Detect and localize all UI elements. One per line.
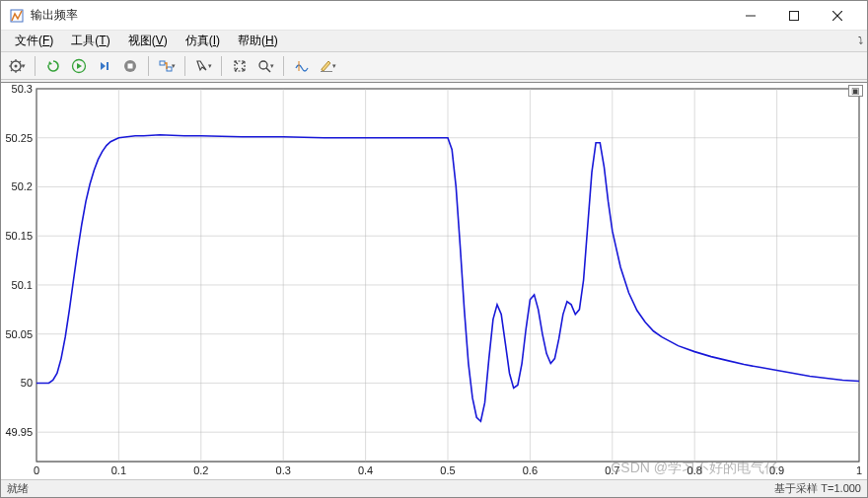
svg-text:0.5: 0.5 [440,464,455,476]
svg-point-6 [15,64,18,67]
menu-i[interactable]: 仿真(I) [178,31,228,51]
legend-toggle-icon[interactable]: ▣ [848,85,863,97]
menubar-overflow-icon[interactable]: ⤵ [858,35,863,45]
svg-text:0.2: 0.2 [193,464,208,476]
close-button[interactable] [816,2,859,30]
svg-rect-8 [107,62,108,70]
zoom-fit-button[interactable] [228,54,252,78]
svg-point-14 [259,61,267,69]
svg-rect-10 [128,63,133,68]
svg-text:1: 1 [856,464,862,476]
run-button[interactable] [67,54,91,78]
svg-text:49.95: 49.95 [6,426,33,438]
measure-button[interactable] [290,54,314,78]
svg-text:0.7: 0.7 [605,464,619,476]
svg-text:50.1: 50.1 [12,279,33,291]
svg-text:50.2: 50.2 [12,180,33,192]
svg-text:0.1: 0.1 [111,464,126,476]
svg-text:0.4: 0.4 [358,464,373,476]
svg-text:50: 50 [21,377,33,389]
svg-text:50.05: 50.05 [6,328,33,340]
menu-h[interactable]: 帮助(H) [230,31,286,51]
svg-text:0.3: 0.3 [276,464,291,476]
svg-text:50.3: 50.3 [12,83,33,95]
svg-rect-2 [790,11,799,20]
status-left: 就绪 [7,481,29,496]
zoom-in-button[interactable]: ▾ [253,54,277,78]
svg-text:0.9: 0.9 [769,464,784,476]
status-right: 基于采样 T=1.000 [774,481,861,496]
minimize-button[interactable] [729,2,772,30]
stop-button[interactable] [118,54,142,78]
svg-text:0: 0 [34,464,39,476]
menu-v[interactable]: 视图(V) [120,31,176,51]
step-button[interactable] [93,54,116,78]
restart-button[interactable] [41,54,65,78]
cursor-button[interactable]: ▾ [191,54,215,78]
highlight-button[interactable]: ▾ [155,54,179,78]
svg-rect-11 [160,61,165,65]
maximize-button[interactable] [772,2,816,30]
toolbar: ▾ ▾ ▾ ▾ ▾ [1,52,867,80]
menu-t[interactable]: 工具(T) [63,31,117,51]
menubar: 文件(F)工具(T)视图(V)仿真(I)帮助(H)⤵ [1,31,867,52]
svg-text:0.6: 0.6 [523,464,538,476]
svg-text:50.15: 50.15 [6,230,33,242]
svg-rect-17 [321,71,332,72]
statusbar: 就绪 基于采样 T=1.000 [1,479,867,497]
annotate-button[interactable]: ▾ [316,54,339,78]
scope-plot[interactable]: 00.10.20.30.40.50.60.70.80.9149.955050.0… [1,82,867,479]
window-title: 输出频率 [31,7,78,24]
svg-text:50.25: 50.25 [6,132,33,144]
menu-f[interactable]: 文件(F) [7,31,61,51]
svg-text:0.8: 0.8 [687,464,702,476]
matlab-app-icon [9,8,25,24]
titlebar: 输出频率 [1,1,867,31]
settings-button[interactable]: ▾ [5,54,29,78]
